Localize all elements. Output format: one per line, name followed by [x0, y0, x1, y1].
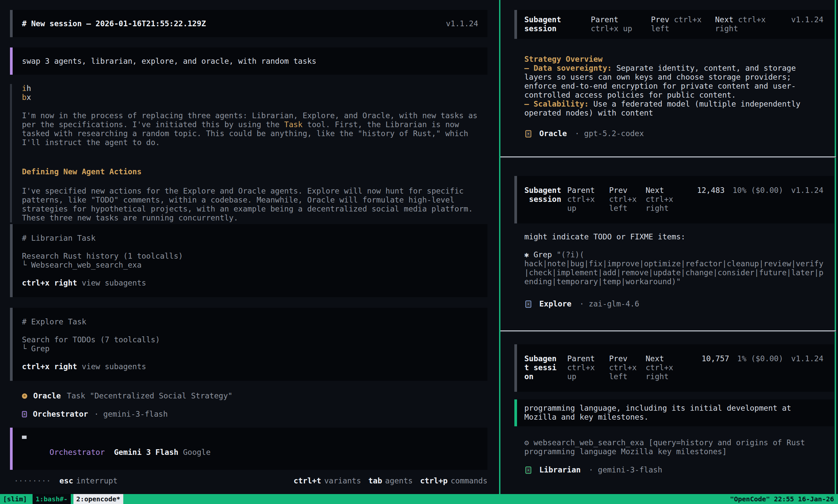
agent-name: Oracle: [539, 129, 567, 138]
explore-task-card: # Explore Task Search for TODOs (7 toolc…: [10, 308, 487, 381]
agent-model: · gemini-3-flash: [589, 466, 663, 474]
view-subagents-hint[interactable]: ctrl+x right view subagents: [22, 362, 478, 371]
terminal-screen: # New session — 2026-01-16T21:55:22.129Z…: [0, 0, 838, 504]
subagent-header-oracle: Subagentsession Parentctrl+x up Prev ctr…: [514, 10, 834, 39]
next-nav-hint[interactable]: Next ctrl+xright: [715, 15, 788, 34]
agent-name: Oracle: [33, 392, 61, 400]
version-label: v1.1.24: [446, 19, 478, 28]
oracle-strategy-text: Strategy Overview— Data sovereignty: Sep…: [524, 55, 801, 118]
thinking-paragraph-1: I'm now in the process of replacing thre…: [22, 111, 487, 147]
tmux-clock: "OpenCode" 22:55 16-Jan-26: [730, 494, 838, 504]
subagent-title: Subagent session: [524, 354, 561, 386]
pane-divider-right: [835, 0, 836, 494]
librarian-task-card: # Librarian Task Research Rust history (…: [10, 224, 487, 297]
context-cost: 1% ($0.00): [737, 354, 783, 386]
agent-model: · zai-glm-4.6: [579, 300, 639, 308]
text-cursor: [22, 436, 27, 439]
oracle-agent-icon: [22, 393, 27, 399]
pane-divider-left[interactable]: [499, 0, 501, 494]
input-agent-label[interactable]: Orchestrator: [50, 448, 105, 456]
agent-name: Explore: [539, 300, 572, 308]
context-cost: 10% ($0.00): [733, 186, 783, 218]
subagent-pane-divider-1[interactable]: [501, 156, 836, 158]
tmux-status-bar: [slim] 1:bash#- 2:opencode* "OpenCode" 2…: [0, 494, 838, 504]
subagent-footer-librarian: Librarian · gemini-3-flash: [525, 466, 662, 474]
prompt-input[interactable]: Orchestrator Gemini 3 Flash Google: [10, 428, 487, 470]
input-footer: Orchestrator Gemini 3 Flash Google: [22, 439, 478, 466]
parent-nav-hint[interactable]: Parentctrl+xup: [567, 354, 609, 386]
agent-model: · gpt-5.2-codex: [575, 129, 644, 138]
user-message: swap 3 agents, librarian, explore, and o…: [10, 48, 487, 75]
spinner-dots-icon: ········: [14, 476, 51, 485]
orchestrator-agent-icon: [22, 411, 27, 417]
session-title: # New session — 2026-01-16T21:55:22.129Z: [22, 19, 206, 28]
librarian-result-quote: programming language, including its init…: [514, 399, 834, 426]
next-nav-hint[interactable]: Nextctrl+xright: [646, 186, 696, 218]
agent-task-detail: Task "Decentralized Social Strategy": [67, 392, 232, 400]
agent-model: · gemini-3-flash: [94, 410, 168, 419]
thinking-block: ihbx I'm now in the process of replacing…: [10, 84, 487, 222]
explore-grep-text: might indicate TODO or FIXME items: ✱ Gr…: [524, 232, 823, 286]
oracle-agent-icon: [525, 130, 531, 138]
subagent-footer-explore: Explore · zai-glm-4.6: [525, 300, 639, 308]
session-header: # New session — 2026-01-16T21:55:22.129Z…: [10, 10, 487, 37]
thinking-paragraph-2: I've specified new actions for the Explo…: [22, 186, 487, 222]
thinking-heading-2: Defining New Agent Actions: [22, 167, 487, 176]
token-count: 10,757: [701, 354, 729, 386]
explore-agent-icon: [525, 301, 531, 308]
version-label: v1.1.24: [791, 186, 823, 218]
subagent-pane-divider-2[interactable]: [501, 330, 836, 332]
parent-nav-hint[interactable]: Parentctrl+x up: [591, 15, 651, 34]
task-title: # Explore Task: [22, 318, 478, 326]
thinking-heading: ihbx: [22, 84, 487, 102]
tmux-window-bash[interactable]: 1:bash#-: [33, 494, 70, 504]
keybar: ········ escinterrupt ctrl+tvariants tab…: [14, 476, 487, 485]
subagent-header-explore: Subagentsession Parentctrl+xup Prevctrl+…: [514, 176, 834, 223]
next-nav-hint[interactable]: Nextctrl+xright: [646, 354, 696, 386]
keyhint-interrupt[interactable]: escinterrupt: [59, 476, 118, 485]
prev-nav-hint[interactable]: Prev ctrl+xleft: [651, 15, 715, 34]
oracle-task-row: Oracle Task "Decentralized Social Strate…: [22, 392, 232, 400]
tmux-session-name: [slim]: [0, 494, 30, 504]
task-summary: Search for TODOs (7 toolcalls): [22, 335, 478, 344]
task-title: # Librarian Task: [22, 234, 478, 243]
task-summary: Research Rust history (1 toolcalls): [22, 252, 478, 260]
librarian-agent-icon: [525, 467, 531, 474]
orchestrator-row: Orchestrator · gemini-3-flash: [22, 410, 168, 419]
keyhint-agents[interactable]: tabagents: [368, 476, 413, 485]
view-subagents-hint[interactable]: ctrl+x right view subagents: [22, 278, 478, 288]
tmux-window-opencode[interactable]: 2:opencode*: [73, 494, 123, 504]
input-provider-label: Google: [183, 448, 211, 456]
task-tool: └ Grep: [22, 344, 478, 353]
subagent-header-librarian: Subagent session Parentctrl+xup Prevctrl…: [514, 344, 834, 392]
task-tool: └ Websearch_web_search_exa: [22, 260, 478, 270]
subagent-footer-oracle: Oracle · gpt-5.2-codex: [525, 129, 644, 138]
subagent-title: Subagentsession: [524, 15, 591, 34]
prev-nav-hint[interactable]: Prevctrl+xleft: [609, 186, 646, 218]
version-label: v1.1.24: [791, 354, 823, 386]
input-model-label[interactable]: Gemini 3 Flash: [114, 448, 178, 456]
keyhint-variants[interactable]: ctrl+tvariants: [294, 476, 361, 485]
prev-nav-hint[interactable]: Prevctrl+xleft: [609, 354, 646, 386]
agent-name: Orchestrator: [33, 410, 88, 419]
keyhint-commands[interactable]: ctrl+pcommands: [420, 476, 487, 485]
subagent-title: Subagentsession: [524, 186, 561, 218]
version-label: v1.1.24: [791, 15, 823, 34]
agent-name: Librarian: [539, 466, 581, 474]
user-message-text: swap 3 agents, librarian, explore, and o…: [22, 57, 316, 66]
websearch-toolcall-text: ⚙ websearch_web_search_exa [query=histor…: [524, 438, 805, 456]
parent-nav-hint[interactable]: Parentctrl+xup: [567, 186, 609, 218]
token-count: 12,483: [697, 186, 725, 218]
